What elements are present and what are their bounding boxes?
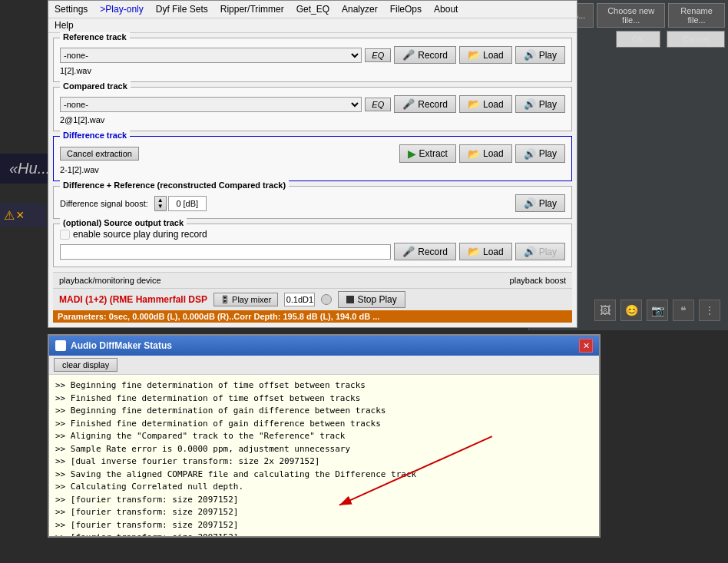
menu-analyzer[interactable]: Analyzer [340, 3, 379, 15]
status-close-button[interactable]: ✕ [579, 339, 593, 353]
difference-play-button[interactable]: 🔊 Play [515, 144, 565, 163]
source-play-label: enable source play during record [73, 229, 207, 240]
boost-spinner: ▲ ▼ [154, 196, 207, 211]
device-row: MADI (1+2) (RME Hammerfall DSP 🎛 Play mi… [53, 288, 572, 310]
compared-record-button[interactable]: 🎤 Record [394, 95, 456, 113]
compared-track-section: Compared track -none- EQ 🎤 Record 📂 Load [53, 87, 572, 131]
reference-track-dropdown[interactable]: -none- [60, 48, 362, 63]
status-window-title: Audio DiffMaker Status [71, 340, 172, 351]
status-content[interactable]: >> Beginning fine determination of time … [49, 375, 599, 536]
source-output-input[interactable] [60, 244, 391, 260]
reference-load-button[interactable]: 📂 Load [459, 46, 512, 64]
status-line: >> [fourier transform: size 2097152] [55, 494, 593, 507]
photo-icon[interactable]: 📷 [647, 300, 668, 321]
reference-play-button[interactable]: 🔊 Play [515, 46, 565, 64]
play-mixer-icon: 🎛 [220, 295, 229, 304]
speaker-icon-3: 🔊 [524, 148, 536, 160]
help-row: Help [48, 18, 577, 33]
boost-input[interactable] [284, 293, 315, 306]
status-window-icon [55, 340, 66, 351]
source-output-row: 🎤 Record 📂 Load 🔊 Play [60, 243, 565, 260]
cancel-section: Cancel extraction [60, 147, 396, 161]
source-record-button[interactable]: 🎤 Record [394, 243, 456, 260]
extract-icon: ▶ [408, 147, 416, 160]
spinner-up-down[interactable]: ▲ ▼ [154, 196, 167, 211]
device-name: MADI (1+2) (RME Hammerfall DSP [59, 294, 207, 305]
image-icon[interactable]: 🖼 [594, 300, 616, 321]
compared-filename: 2@1[2].wav [60, 115, 106, 124]
quote-icon[interactable]: ❝ [673, 300, 694, 321]
compared-load-button[interactable]: 📂 Load [459, 95, 512, 113]
reference-track-section: Reference track -none- EQ 🎤 Record 📂 Loa… [53, 38, 572, 82]
choose-file-button[interactable]: Choose new file... [597, 3, 665, 28]
speaker-icon-4: 🔊 [524, 197, 536, 209]
folder-icon-4: 📂 [468, 246, 480, 257]
folder-icon-2: 📂 [468, 98, 480, 110]
compared-play-button[interactable]: 🔊 Play [515, 95, 565, 113]
difference-track-section: Difference track Cancel extraction ▶ Ext… [53, 136, 572, 181]
boost-label: Difference signal boost: [60, 199, 148, 208]
status-lines-container: >> Beginning fine determination of time … [55, 379, 593, 536]
diff-ref-play-area: 🔊 Play [515, 194, 565, 212]
source-play-checkbox[interactable] [60, 230, 70, 240]
status-line: >> [fourier transform: size 2097152] [55, 519, 593, 532]
menu-bar: Settings >Play-only Dyf File Sets Ripper… [48, 1, 577, 18]
status-line: >> [dual inverse fourier transform: size… [55, 455, 593, 469]
reference-track-label: Reference track [60, 32, 130, 41]
cancel-button[interactable]: Cancel [667, 31, 725, 48]
menu-dyf-file-sets[interactable]: Dyf File Sets [154, 3, 210, 15]
diff-reference-row: Difference signal boost: ▲ ▼ 🔊 Play [60, 194, 565, 212]
more-icon[interactable]: ⋮ [699, 300, 720, 321]
play-mixer-button[interactable]: 🎛 Play mixer [213, 293, 278, 306]
reference-filename: 1[2].wav [60, 66, 106, 75]
status-line: >> Beginning fine determination of gain … [55, 405, 593, 418]
menu-help[interactable]: Help [53, 19, 75, 31]
compared-filename-row: 2@1[2].wav [60, 115, 565, 124]
exclamation-indicator: ⚠ × [0, 204, 46, 227]
menu-settings[interactable]: Settings [53, 3, 89, 15]
difference-load-button[interactable]: 📂 Load [459, 144, 512, 163]
source-output-label: (optional) Source output track [60, 218, 187, 227]
params-bar: Parameters: 0sec, 0.000dB (L), 0.000dB (… [53, 310, 572, 323]
menu-get-eq[interactable]: Get_EQ [295, 3, 331, 15]
stop-icon [346, 296, 354, 303]
status-line: >> Sample Rate error is 0.0000 ppm, adju… [55, 443, 593, 456]
clear-display-button[interactable]: clear display [54, 358, 117, 372]
status-title-bar: Audio DiffMaker Status ✕ [49, 336, 599, 356]
rename-file-button[interactable]: Rename file... [668, 3, 725, 28]
compared-eq-button[interactable]: EQ [365, 98, 391, 111]
status-line: >> [fourier transform: size 2097152] [55, 532, 593, 536]
menu-fileops[interactable]: FileOps [389, 3, 423, 15]
ok-button[interactable]: OK [616, 31, 660, 48]
source-load-button[interactable]: 📂 Load [459, 243, 512, 260]
cancel-extraction-button[interactable]: Cancel extraction [60, 147, 139, 161]
reference-eq-button[interactable]: EQ [365, 48, 391, 62]
mic-icon-2: 🎤 [402, 98, 415, 110]
stop-play-button[interactable]: Stop Play [338, 291, 405, 308]
diff-reference-section: Difference + Reference (reconstructed Co… [53, 186, 572, 219]
source-play-button[interactable]: 🔊 Play [515, 243, 565, 260]
menu-play-only[interactable]: >Play-only [98, 3, 144, 15]
compared-track-label: Compared track [60, 81, 131, 91]
compared-track-dropdown[interactable]: -none- [60, 97, 362, 112]
menu-ripper-trimmer[interactable]: Ripper/Trimmer [219, 3, 286, 15]
emoji-icon[interactable]: 😊 [620, 300, 642, 321]
status-line: >> Aligning the "Compared" track to the … [55, 430, 593, 443]
compared-action-buttons: 🎤 Record 📂 Load 🔊 Play [394, 95, 565, 113]
status-line: >> [fourier transform: size 2097152] [55, 506, 593, 519]
difference-track-row: Cancel extraction ▶ Extract 📂 Load 🔊 Pla… [60, 144, 565, 163]
boost-value-input[interactable] [168, 196, 207, 211]
compared-track-row: -none- EQ 🎤 Record 📂 Load 🔊 Play [60, 95, 565, 113]
playback-boost-label: playback boost [510, 276, 566, 285]
menu-about[interactable]: About [432, 3, 459, 15]
status-line: >> Finished fine determination of gain d… [55, 418, 593, 431]
extract-button[interactable]: ▶ Extract [399, 144, 456, 163]
speaker-icon-5: 🔊 [524, 246, 536, 257]
speaker-icon: 🔊 [524, 49, 536, 61]
main-window: Settings >Play-only Dyf File Sets Ripper… [48, 0, 577, 328]
reference-record-button[interactable]: 🎤 Record [394, 46, 456, 64]
diff-ref-play-button[interactable]: 🔊 Play [515, 194, 565, 212]
difference-filename: 2-1[2].wav [60, 165, 106, 174]
right-panel-icons: 🖼 😊 📷 ❝ ⋮ [594, 300, 720, 321]
mic-icon-3: 🎤 [402, 246, 415, 257]
